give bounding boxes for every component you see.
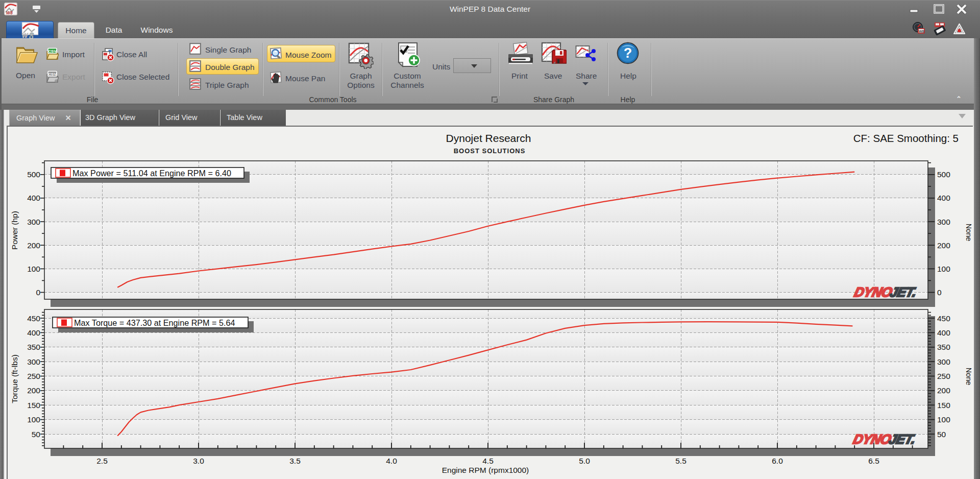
svg-text:4.5: 4.5 — [482, 457, 494, 465]
svg-text:400: 400 — [937, 328, 950, 337]
svg-text:150: 150 — [27, 401, 40, 410]
svg-text:None: None — [965, 224, 973, 242]
svg-text:250: 250 — [937, 372, 950, 380]
svg-text:3.5: 3.5 — [289, 457, 301, 465]
svg-text:100: 100 — [937, 415, 950, 424]
svg-text:300: 300 — [27, 218, 40, 226]
svg-text:CF: SAE Smoothing: 5: CF: SAE Smoothing: 5 — [853, 132, 959, 144]
svg-text:0: 0 — [36, 288, 40, 297]
svg-text:150: 150 — [937, 401, 950, 410]
svg-text:DYNO: DYNO — [853, 284, 894, 300]
svg-text:5.0: 5.0 — [579, 457, 590, 465]
svg-text:400: 400 — [27, 194, 40, 202]
svg-text:100: 100 — [937, 265, 950, 273]
svg-text:3.0: 3.0 — [193, 457, 204, 465]
svg-text:Power (hp): Power (hp) — [10, 211, 19, 250]
svg-text:500: 500 — [937, 170, 950, 179]
svg-text:4.0: 4.0 — [386, 457, 397, 465]
svg-text:250: 250 — [27, 372, 40, 380]
svg-text:Max Power = 511.04 at Engine R: Max Power = 511.04 at Engine RPM = 6.40 — [72, 169, 231, 178]
svg-text:200: 200 — [937, 386, 950, 395]
svg-text:350: 350 — [937, 343, 950, 351]
svg-text:Max Torque = 437.30 at Engine: Max Torque = 437.30 at Engine RPM = 5.64 — [74, 318, 235, 327]
svg-text:6.0: 6.0 — [772, 457, 783, 465]
svg-text:350: 350 — [27, 343, 40, 351]
svg-text:200: 200 — [27, 386, 40, 395]
svg-text:200: 200 — [937, 241, 950, 250]
svg-text:300: 300 — [937, 357, 950, 366]
svg-text:200: 200 — [27, 241, 40, 250]
svg-text:300: 300 — [937, 218, 950, 226]
svg-text:300: 300 — [27, 357, 40, 366]
svg-text:100: 100 — [27, 265, 40, 273]
svg-text:0: 0 — [937, 288, 942, 297]
svg-text:JET.: JET. — [889, 284, 918, 300]
svg-text:450: 450 — [937, 314, 950, 323]
svg-text:5.5: 5.5 — [675, 457, 687, 465]
svg-text:Torque (ft-lbs): Torque (ft-lbs) — [10, 354, 19, 403]
svg-text:50: 50 — [937, 430, 946, 439]
svg-text:Engine RPM (rpmx1000): Engine RPM (rpmx1000) — [442, 466, 529, 474]
svg-text:Dynojet Research: Dynojet Research — [446, 132, 531, 144]
svg-text:400: 400 — [937, 194, 950, 202]
svg-text:400: 400 — [27, 328, 40, 337]
svg-text:BOOST SOLUTIONS: BOOST SOLUTIONS — [454, 147, 526, 155]
svg-text:JET.: JET. — [888, 432, 917, 447]
svg-text:100: 100 — [27, 415, 40, 424]
svg-text:None: None — [965, 368, 973, 386]
svg-text:450: 450 — [27, 314, 40, 323]
svg-text:50: 50 — [32, 430, 41, 439]
svg-text:6.5: 6.5 — [868, 457, 879, 465]
svg-text:500: 500 — [27, 170, 40, 179]
svg-text:2.5: 2.5 — [96, 457, 108, 465]
svg-text:DYNO: DYNO — [852, 432, 893, 447]
